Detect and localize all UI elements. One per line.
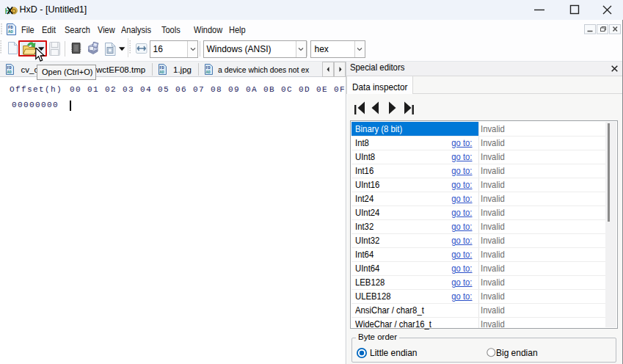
svg-text:AO: AO: [206, 70, 211, 75]
svg-text:AO: AO: [159, 70, 164, 75]
svg-text:AO: AO: [7, 70, 12, 75]
svg-text:AO: AO: [8, 29, 13, 34]
